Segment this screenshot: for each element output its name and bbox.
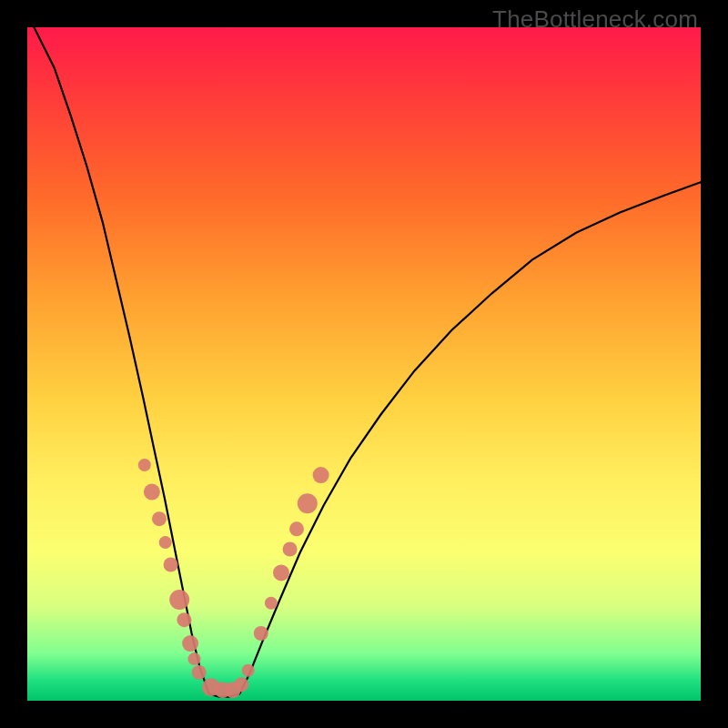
watermark-text: TheBottleneck.com <box>492 5 698 34</box>
plot-area <box>27 27 701 701</box>
outer-frame: TheBottleneck.com <box>0 0 728 728</box>
